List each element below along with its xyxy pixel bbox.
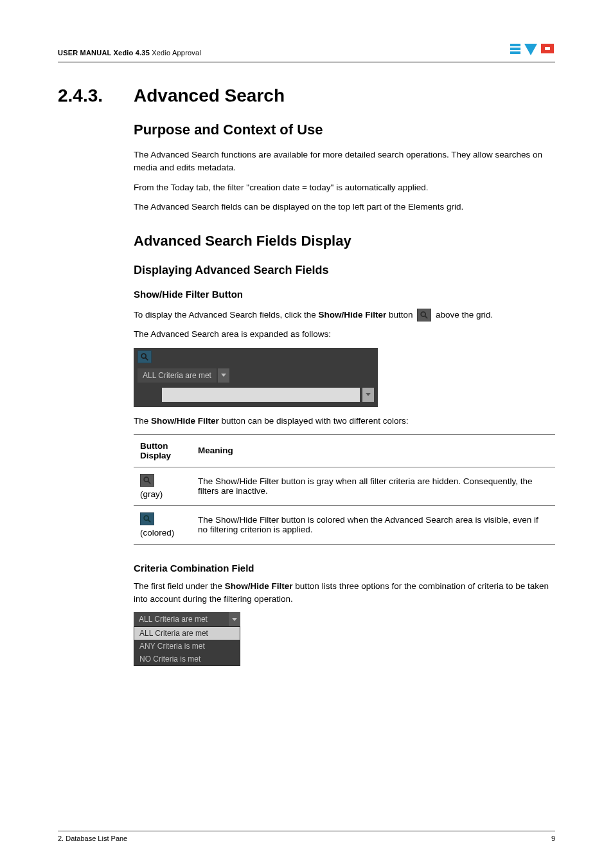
table-row: (colored) The Show/Hide Filter button is… — [134, 505, 555, 544]
ccf-p1: The first field under the Show/Hide Filt… — [134, 580, 555, 606]
purpose-p3: The Advanced Search fields can be displa… — [134, 201, 555, 213]
ccf-heading: Criteria Combination Field — [134, 563, 555, 574]
svg-point-14 — [144, 516, 148, 520]
asfd-sub1: Displaying Advanced Search Fields — [134, 264, 555, 277]
magnifier-icon — [140, 352, 149, 361]
table-row1-label: (gray) — [140, 489, 163, 499]
button-display-table: Button Display Meaning (gray) — [134, 434, 555, 545]
purpose-p1: The Advanced Search functions are availa… — [134, 149, 555, 175]
svg-rect-1 — [510, 48, 520, 50]
section-heading-row: 2.4.3. Advanced Search — [58, 86, 555, 106]
show-hide-p1-c: above the grid. — [433, 310, 493, 320]
criteria-combination-dropdown-expanded: ALL Criteria are met ALL Criteria are me… — [134, 612, 240, 666]
svg-line-15 — [148, 520, 150, 522]
show-hide-p3-b: button can be displayed with two differe… — [219, 416, 409, 426]
purpose-p2: From the Today tab, the filter "creation… — [134, 181, 555, 194]
show-hide-filter-button-colored[interactable] — [140, 512, 154, 525]
show-hide-p3-a: The — [134, 416, 151, 426]
show-hide-heading: Show/Hide Filter Button — [134, 289, 555, 300]
svg-rect-2 — [510, 51, 520, 54]
svg-point-10 — [141, 354, 146, 358]
svg-marker-3 — [524, 44, 537, 55]
criteria-column-dropdown-arrow[interactable] — [362, 388, 374, 402]
asfd-heading: Advanced Search Fields Display — [134, 233, 555, 249]
svg-rect-4 — [541, 44, 554, 47]
header-manual-prefix: USER MANUAL — [58, 49, 111, 57]
criteria-combination-selected-text: ALL Criteria are met — [134, 612, 229, 626]
show-hide-p3: The Show/Hide Filter button can be displ… — [134, 415, 555, 428]
svg-line-9 — [425, 316, 428, 319]
svg-line-11 — [145, 357, 148, 360]
show-hide-p3-bold: Show/Hide Filter — [151, 416, 219, 426]
show-hide-p1-bold: Show/Hide Filter — [318, 310, 386, 320]
criteria-combination-selected[interactable]: ALL Criteria are met — [138, 368, 217, 383]
section-title: Advanced Search — [134, 86, 285, 106]
header-product: Xedio 4.35 — [111, 49, 152, 57]
table-head-col2: Meaning — [191, 434, 555, 467]
show-hide-filter-button-area[interactable] — [138, 350, 152, 363]
ccf-p1-a: The first field under the — [134, 581, 225, 591]
chevron-down-icon — [229, 612, 240, 626]
criteria-dropdown-option[interactable]: ALL Criteria are met — [134, 627, 240, 640]
criteria-column-field[interactable] — [162, 388, 360, 402]
svg-rect-6 — [541, 50, 554, 53]
show-hide-p1-a: To display the Advanced Search fields, c… — [134, 310, 318, 320]
page-footer: 2. Database List Pane 9 — [58, 831, 555, 842]
footer-page-number: 9 — [551, 835, 555, 842]
ccf-p1-bold: Show/Hide Filter — [225, 581, 293, 591]
advanced-search-area-screenshot: ALL Criteria are met — [134, 348, 378, 407]
chevron-down-icon — [366, 393, 371, 396]
chevron-down-icon — [221, 374, 226, 377]
svg-rect-5 — [541, 47, 545, 50]
criteria-combination-dropdown-head[interactable]: ALL Criteria are met — [134, 612, 240, 626]
svg-rect-0 — [510, 44, 520, 46]
page-header: USER MANUAL Xedio 4.35 Xedio Approval — [58, 41, 555, 62]
show-hide-p1-b: button — [386, 310, 415, 320]
header-text: USER MANUAL Xedio 4.35 Xedio Approval — [58, 49, 201, 57]
table-row2-a: The — [198, 515, 215, 525]
criteria-combination-dropdown-arrow[interactable] — [218, 368, 229, 383]
purpose-heading: Purpose and Context of Use — [134, 122, 555, 138]
table-row2-label: (colored) — [140, 528, 174, 538]
show-hide-p1: To display the Advanced Search fields, c… — [134, 309, 555, 321]
table-row1-a: The — [198, 476, 215, 486]
table-row: (gray) The Show/Hide Filter button is gr… — [134, 467, 555, 505]
table-row1-bold: Show/Hide Filter — [215, 476, 279, 486]
svg-line-13 — [148, 481, 150, 484]
evs-logo — [510, 41, 555, 57]
footer-left: 2. Database List Pane — [58, 835, 127, 842]
section-number: 2.4.3. — [58, 86, 116, 106]
show-hide-filter-button-inline[interactable] — [417, 309, 431, 321]
show-hide-p2: The Advanced Search area is expanded as … — [134, 328, 555, 341]
show-hide-filter-button-gray[interactable] — [140, 474, 154, 487]
table-head-col1: Button Display — [134, 434, 191, 467]
svg-rect-7 — [550, 47, 554, 50]
criteria-dropdown-option[interactable]: NO Criteria is met — [134, 653, 240, 665]
svg-point-8 — [421, 312, 425, 317]
magnifier-icon — [143, 476, 152, 485]
header-module: Xedio Approval — [152, 49, 201, 57]
criteria-dropdown-option[interactable]: ANY Criteria is met — [134, 640, 240, 653]
svg-point-12 — [144, 477, 148, 482]
magnifier-icon — [420, 311, 429, 320]
table-row2-bold: Show/Hide Filter — [215, 515, 279, 525]
magnifier-icon — [143, 514, 152, 523]
